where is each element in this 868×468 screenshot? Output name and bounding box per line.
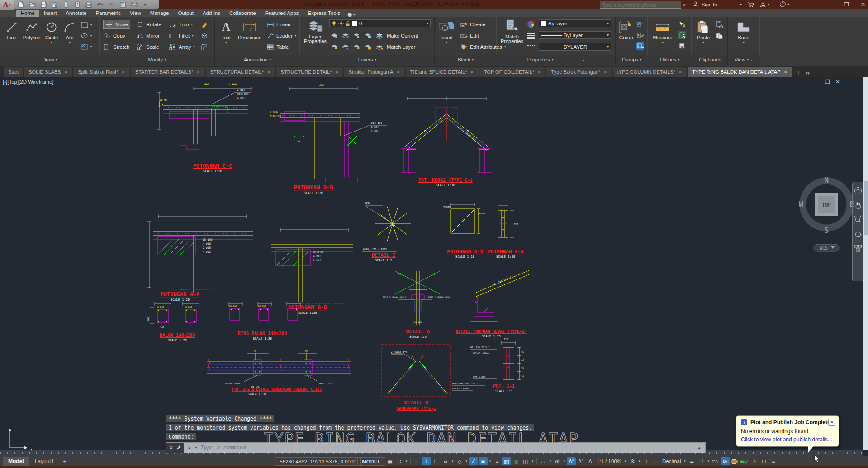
panel-label-utilities[interactable]: Utilities▾ <box>648 55 692 65</box>
snap-mode-icon[interactable]: ∷ <box>395 457 404 465</box>
workspace-switching-icon[interactable]: ⚙ <box>628 457 637 465</box>
vertical-scrollbar-thumb[interactable] <box>864 181 868 235</box>
plot-details-icon[interactable]: ▤✓ <box>740 457 749 465</box>
navigation-bar[interactable] <box>852 182 864 281</box>
plot-icon[interactable] <box>85 1 92 8</box>
units-ruler-icon[interactable]: ▭ <box>651 457 660 465</box>
close-button[interactable]: ✕ <box>861 1 865 8</box>
file-tab[interactable]: TIE and SPLICE DETAIL*✕ <box>406 67 479 77</box>
leader-button[interactable]: Leader▾ <box>266 31 296 40</box>
file-tab[interactable]: tYPE COLUMN DETAILS*✕ <box>613 67 687 77</box>
open-from-web-mobile-icon[interactable] <box>74 1 81 8</box>
drawing-viewport[interactable]: [-][Top][2D Wireframe] — ❐ ✕ TYPE RING B… <box>0 77 868 450</box>
command-close-icon[interactable]: ✕ <box>169 445 173 451</box>
ungroup-icon[interactable] <box>636 20 644 28</box>
transparency-icon[interactable]: ▨ <box>502 457 511 465</box>
scale-button[interactable]: Scale <box>136 43 159 52</box>
layer-isolate-icon[interactable] <box>342 32 349 40</box>
copy-clip-icon[interactable] <box>716 32 723 40</box>
object-snap-tracking-icon[interactable]: ∠ <box>469 457 478 465</box>
notification-link[interactable]: Click to view plot and publish details..… <box>741 436 835 443</box>
trim-button[interactable]: Trim▾ <box>169 20 193 29</box>
autodesk-exchange-icon[interactable] <box>760 0 766 8</box>
file-tab[interactable]: TOP OF COL.DETAIL*✕ <box>479 67 546 77</box>
viewport-scale-button[interactable]: 1:1 / 100% <box>595 459 623 464</box>
file-tab[interactable]: Type Balok Potongan*✕ <box>546 67 612 77</box>
mirror-button[interactable]: Mirror <box>136 31 160 40</box>
arc-button[interactable]: Arc▾ <box>60 19 80 44</box>
cut-icon[interactable] <box>716 20 723 28</box>
annotation-monitor-icon[interactable]: + <box>642 457 651 465</box>
offset-button[interactable] <box>200 43 208 52</box>
color-wheel-icon[interactable] <box>527 20 535 28</box>
panel-label-modify[interactable]: Modify▾ <box>100 55 215 65</box>
command-dock-grip[interactable]: ✕ <box>166 443 184 453</box>
open-file-icon[interactable] <box>28 1 36 8</box>
command-input[interactable] <box>199 444 697 451</box>
quick-properties-icon[interactable]: ≣ <box>688 457 697 465</box>
plot-job-icon[interactable] <box>730 457 739 465</box>
linetype-combo[interactable]: BYLAYER▾ <box>539 43 611 51</box>
plot-notification-balloon[interactable]: i Plot and Publish Job Complete ✕ No err… <box>736 415 839 447</box>
move-button[interactable]: Move <box>103 20 130 29</box>
file-tab[interactable]: STARTER BAR DETAILS*✕ <box>131 67 205 77</box>
ribbon-tab-addins[interactable]: Add-ins <box>198 10 225 17</box>
object-snap-icon[interactable]: ▣ <box>479 457 488 465</box>
ribbon-tab-featured-apps[interactable]: Featured Apps <box>261 10 304 17</box>
graphics-performance-icon[interactable]: □△ <box>711 457 720 465</box>
panel-label-groups[interactable]: Groups▾ <box>616 55 648 65</box>
model-space-button[interactable]: MODEL <box>357 457 385 466</box>
sheet-set-icon[interactable] <box>119 1 126 8</box>
isolate-objects-icon[interactable]: ⊘ <box>721 457 730 465</box>
cad-drawing-canvas[interactable]: TYPE RING BALOK DAN DETAIL ATAP +4.90 60… <box>0 77 868 450</box>
polar-tracking-icon[interactable]: ⌀ <box>441 457 450 465</box>
polyline-button[interactable]: Polyline <box>21 19 43 40</box>
command-line-dock[interactable]: ✕ >_ ▾ ▲ <box>166 442 706 453</box>
rectangle-tool-button[interactable]: ▾ <box>81 20 92 29</box>
file-tab[interactable]: SOLID SLABS✕ <box>24 67 72 77</box>
group-button[interactable]: Group <box>617 19 636 40</box>
match-layer-icon[interactable] <box>375 43 383 51</box>
group-selection-toggle-icon[interactable] <box>636 42 644 50</box>
layer-unlock-row-icon[interactable] <box>364 43 372 51</box>
rotate-button[interactable]: Rotate <box>136 20 161 29</box>
file-tab-start[interactable]: Start <box>4 67 23 77</box>
exchange-caret-icon[interactable]: ▾ <box>768 0 769 8</box>
help-search-box[interactable] <box>600 1 681 9</box>
search-input[interactable] <box>600 2 681 8</box>
layer-properties-button[interactable]: Layer Properties <box>303 19 327 45</box>
layer-thaw-row-icon[interactable] <box>353 43 360 51</box>
notification-close-icon[interactable]: ✕ <box>828 419 835 426</box>
help-caret-icon[interactable]: ▾ <box>787 0 789 8</box>
tab-overflow-icon[interactable]: ▾▾ <box>805 71 809 76</box>
qat-customize-caret-icon[interactable]: ▼ <box>142 1 149 8</box>
user-icon[interactable] <box>693 0 698 8</box>
quick-calculator-icon[interactable] <box>678 31 686 39</box>
object-color-combo[interactable]: ByLayer▾ <box>539 19 611 27</box>
erase-button[interactable] <box>200 20 208 29</box>
layout1-tab[interactable]: Layout1 <box>29 457 60 466</box>
file-tab[interactable]: Split Slab at Roof*✕ <box>73 67 130 77</box>
ribbon-tab-output[interactable]: Output <box>173 10 198 17</box>
ribbon-tab-collaborate[interactable]: Collaborate <box>225 10 261 17</box>
block-create-button[interactable]: Create <box>460 20 486 29</box>
new-file-icon[interactable] <box>17 1 24 8</box>
ribbon-tab-parametric[interactable]: Parametric <box>91 10 126 17</box>
table-button[interactable]: Table <box>266 43 289 52</box>
layer-lock-icon[interactable] <box>364 32 372 40</box>
restore-button[interactable]: ❐ <box>844 1 849 8</box>
viewcube[interactable]: N E S W TOP WCS <box>797 173 855 254</box>
minimize-button[interactable]: — <box>827 1 832 8</box>
annotation-autoscale-icon[interactable]: A° <box>576 457 585 465</box>
line-button[interactable]: Line <box>2 19 22 40</box>
fillet-button[interactable]: Fillet▾ <box>169 31 194 40</box>
make-current-icon[interactable] <box>375 32 383 40</box>
sign-in-caret-icon[interactable]: ▾ <box>740 0 742 8</box>
ribbon-tab-manage[interactable]: Manage <box>146 10 174 17</box>
panel-label-annotation[interactable]: Annotation▾ <box>215 55 300 65</box>
make-current-label[interactable]: Make Current <box>387 33 418 38</box>
performance-alert-icon[interactable]: ⚠ <box>750 457 759 465</box>
layer-off-icon[interactable] <box>330 32 338 40</box>
3d-object-snap-icon[interactable]: ◫ <box>521 457 530 465</box>
annotation-visibility-icon[interactable]: A° <box>567 457 576 465</box>
